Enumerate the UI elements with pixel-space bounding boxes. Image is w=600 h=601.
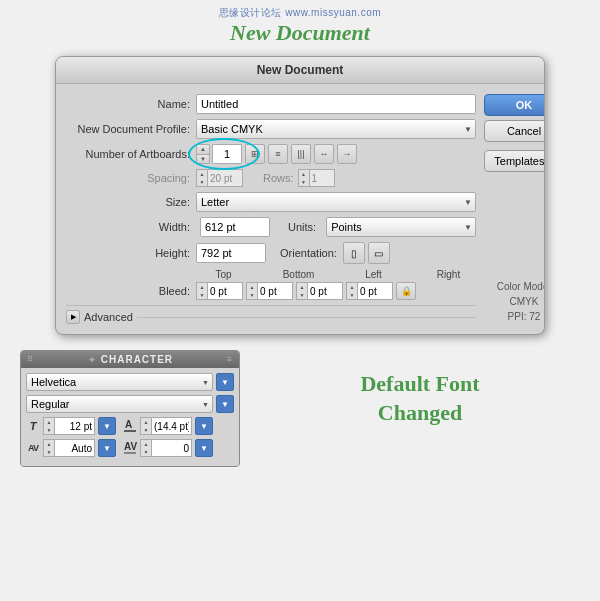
size-unit-btn[interactable]: ▼ [98, 417, 116, 435]
spacing-label: Spacing: [66, 172, 196, 184]
kerning-input[interactable] [55, 439, 95, 457]
size-stepper[interactable]: ▲ ▼ [43, 417, 55, 435]
font-style-select-wrap: Regular [26, 395, 213, 413]
width-input[interactable] [200, 217, 270, 237]
kerning-stepper-btn[interactable]: ▲ ▼ [43, 439, 55, 457]
dialog-form: Name: New Document Profile: Basic CMYK N… [66, 94, 476, 324]
profile-row: New Document Profile: Basic CMYK [66, 119, 476, 139]
grid-icon-btn[interactable]: ⊞ [245, 144, 265, 164]
rows-stepper[interactable]: ▲ ▼ [298, 169, 310, 187]
leading-input[interactable] [152, 417, 192, 435]
font-family-select-wrap: Helvetica [26, 373, 213, 391]
kerning-unit-btn[interactable]: ▼ [98, 439, 116, 457]
font-style-row: Regular ▼ [26, 395, 234, 413]
bleed-section: Top Bottom Left Right Bleed: ▲▼ [66, 269, 476, 300]
color-mode-text: Color Mode: CMYK [484, 279, 545, 309]
svg-text:AV: AV [124, 441, 137, 452]
artboards-stepper[interactable]: ▲ ▼ [196, 144, 210, 164]
leading-unit-btn[interactable]: ▼ [195, 417, 213, 435]
orientation-label: Orientation: [280, 247, 337, 259]
advanced-toggle[interactable]: ▶ [66, 310, 80, 324]
size-label: Size: [66, 196, 196, 208]
stepper-up-icon[interactable]: ▲ [197, 145, 209, 155]
font-size-stepper: ▲ ▼ [43, 417, 95, 435]
dialog-titlebar: New Document [56, 57, 544, 84]
font-style-select[interactable]: Regular [26, 395, 213, 413]
panel-grip: ⠿ [27, 355, 34, 364]
bleed-left-label: Left [346, 269, 401, 280]
artboards-controls: ▲ ▼ ⊞ ≡ ||| ↔ → [196, 144, 476, 164]
advanced-label: Advanced [84, 311, 133, 323]
bleed-top-input[interactable] [208, 282, 243, 300]
units-select-wrapper: Points [326, 217, 476, 237]
tracking-input[interactable] [152, 439, 192, 457]
orientation-buttons: ▯ ▭ [343, 242, 390, 264]
units-select[interactable]: Points [326, 217, 476, 237]
artboards-input[interactable] [212, 144, 242, 164]
size-select[interactable]: Letter [196, 192, 476, 212]
spacing-stepper-group: ▲ ▼ [196, 169, 243, 187]
bleed-header: Top Bottom Left Right [196, 269, 476, 280]
ok-button[interactable]: OK [484, 94, 545, 116]
bleed-top-stepper[interactable]: ▲▼ [196, 282, 208, 300]
profile-label: New Document Profile: [66, 123, 196, 135]
rows-label: Rows: [263, 172, 294, 184]
bleed-bottom-group: ▲▼ [246, 282, 293, 300]
bleed-lock-btn[interactable]: 🔒 [396, 282, 416, 300]
bleed-top-group: ▲▼ [196, 282, 243, 300]
leading-icon: A [123, 418, 137, 435]
stepper-down-icon[interactable]: ▼ [197, 155, 209, 164]
bleed-right-label: Right [421, 269, 476, 280]
font-family-row: Helvetica ▼ [26, 373, 234, 391]
artboards-row: Number of Artboards: ▲ ▼ ⊞ ≡ [66, 144, 476, 164]
bleed-label: Bleed: [66, 285, 196, 297]
leading-stepper-btn[interactable]: ▲ ▼ [140, 417, 152, 435]
bleed-left-group: ▲▼ [296, 282, 343, 300]
bleed-right-input[interactable] [358, 282, 393, 300]
font-size-icon: T [26, 420, 40, 432]
size-leading-row: T ▲ ▼ ▼ A [26, 417, 234, 435]
cancel-button[interactable]: Cancel [484, 120, 545, 142]
templates-button[interactable]: Templates... [484, 150, 545, 172]
rows-input [310, 169, 335, 187]
font-size-input[interactable] [55, 417, 95, 435]
bottom-section: ⠿ ✦ CHARACTER ≡ Helvetica ▼ [0, 350, 600, 467]
font-family-select[interactable]: Helvetica [26, 373, 213, 391]
landscape-btn[interactable]: ▭ [368, 242, 390, 264]
artboards-label: Number of Artboards: [66, 148, 196, 160]
bleed-bottom-stepper[interactable]: ▲▼ [246, 282, 258, 300]
swap-icon-btn[interactable]: → [337, 144, 357, 164]
color-mode-info: Color Mode: CMYK PPI: 72 [484, 259, 545, 324]
column-icon-btn[interactable]: ||| [291, 144, 311, 164]
leading-stepper: ▲ ▼ [140, 417, 192, 435]
tracking-icon: AV [123, 440, 137, 457]
kerning-stepper: ▲ ▼ [43, 439, 95, 457]
rows-up[interactable]: ▲ [299, 170, 309, 178]
spacing-row: Spacing: ▲ ▼ Rows: ▲ ▼ [66, 169, 476, 187]
bleed-right-stepper[interactable]: ▲▼ [346, 282, 358, 300]
bleed-right-group: ▲▼ [346, 282, 393, 300]
advanced-line [137, 317, 476, 318]
spacing-stepper[interactable]: ▲ ▼ [196, 169, 208, 187]
font-family-blue-btn[interactable]: ▼ [216, 373, 234, 391]
spacing-up[interactable]: ▲ [197, 170, 207, 178]
bleed-bottom-input[interactable] [258, 282, 293, 300]
character-panel: ⠿ ✦ CHARACTER ≡ Helvetica ▼ [20, 350, 240, 467]
row-icon-btn[interactable]: ≡ [268, 144, 288, 164]
rows-down[interactable]: ▼ [299, 178, 309, 186]
height-input[interactable] [196, 243, 266, 263]
site-label: 思缘设计论坛 www.missyuan.com [0, 6, 600, 20]
bleed-left-stepper[interactable]: ▲▼ [296, 282, 308, 300]
bleed-row: Bleed: ▲▼ ▲▼ ▲▼ [66, 282, 476, 300]
tracking-unit-btn[interactable]: ▼ [195, 439, 213, 457]
spacing-down[interactable]: ▼ [197, 178, 207, 186]
name-input[interactable] [196, 94, 476, 114]
font-style-blue-btn[interactable]: ▼ [216, 395, 234, 413]
portrait-btn[interactable]: ▯ [343, 242, 365, 264]
profile-select[interactable]: Basic CMYK [196, 119, 476, 139]
tracking-stepper-btn[interactable]: ▲ ▼ [140, 439, 152, 457]
link-icon-btn[interactable]: ↔ [314, 144, 334, 164]
char-body: Helvetica ▼ Regular ▼ T ▲ [21, 368, 239, 466]
bleed-left-input[interactable] [308, 282, 343, 300]
tracking-kerning-row: AV ▲ ▼ ▼ AV ▲ [26, 439, 234, 457]
